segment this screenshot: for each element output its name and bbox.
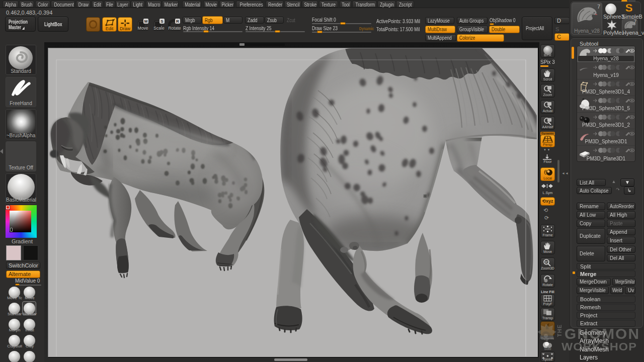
svg-text:S: S (625, 2, 633, 14)
svg-text:M: M (144, 19, 148, 24)
svg-text:R: R (176, 19, 179, 24)
svg-text:S: S (160, 19, 164, 24)
svg-text:THE: THE (556, 324, 562, 337)
svg-text:3D: 3D (544, 260, 549, 264)
svg-text:WORKSHOP: WORKSHOP (561, 340, 637, 353)
svg-text:GNOMON: GNOMON (565, 326, 640, 342)
